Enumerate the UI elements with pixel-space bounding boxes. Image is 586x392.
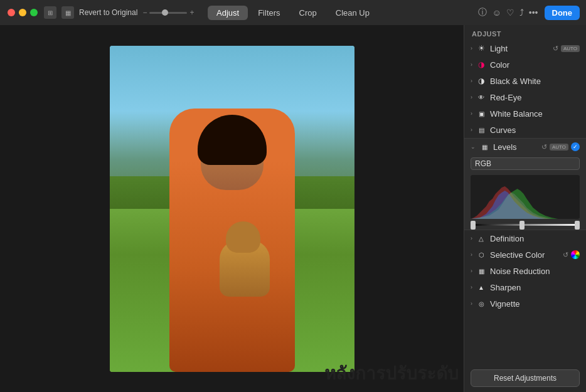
color-wheel-icon: [571, 250, 580, 259]
person-head: [201, 115, 264, 190]
view-toggle-icons: ⊞ ▦: [44, 6, 74, 19]
adjust-item-curves[interactable]: › ▤ Curves: [464, 122, 586, 138]
chevron-right-icon: ›: [471, 94, 472, 100]
zoom-plus-icon: +: [189, 8, 194, 17]
definition-label: Definition: [490, 234, 580, 243]
adjust-item-noise-reduction[interactable]: › ▦ Noise Reduction: [464, 263, 586, 279]
photo-frame: [110, 46, 354, 372]
tab-crop[interactable]: Crop: [290, 6, 326, 20]
chevron-right-icon: ›: [471, 235, 472, 241]
chevron-right-icon: ›: [471, 268, 472, 274]
levels-handle-left[interactable]: [471, 221, 476, 230]
auto-badge: AUTO: [561, 45, 580, 52]
levels-label: Levels: [493, 142, 541, 152]
chevron-right-icon: ›: [471, 61, 472, 68]
adjust-item-color[interactable]: › ◑ Color: [464, 56, 586, 73]
dog-head: [226, 221, 260, 253]
reset-levels-icon[interactable]: ↺: [541, 143, 547, 151]
info-icon[interactable]: ⓘ: [478, 7, 487, 18]
chevron-right-icon: ›: [471, 127, 472, 133]
adjust-item-white-balance[interactable]: › ▣ White Balance: [464, 105, 586, 122]
adjust-item-sharpen[interactable]: › ▲ Sharpen: [464, 279, 586, 295]
adjust-item-definition[interactable]: › △ Definition: [464, 230, 586, 246]
rgb-select[interactable]: RGB: [471, 157, 580, 170]
heart-icon[interactable]: ♡: [506, 8, 514, 18]
minimize-button[interactable]: [19, 9, 26, 16]
wb-icon: ▣: [476, 109, 486, 119]
levels-section: ⌄ ▦ Levels ↺ AUTO ✓ RGB: [464, 138, 586, 230]
more-icon[interactable]: •••: [529, 8, 538, 18]
photo-area: หลังการปรับระดับ: [0, 25, 464, 392]
light-icon: ☀: [476, 43, 486, 53]
reset-icon[interactable]: ↺: [553, 45, 558, 53]
chevron-right-icon: ›: [471, 300, 472, 307]
adjust-panel: ADJUST › ☀ Light ↺ AUTO › ◑ Color › ◑ Bl…: [464, 25, 586, 392]
titlebar-right: ⓘ ☺ ♡ ⤴ ••• Done: [478, 6, 580, 20]
reset-sc-icon[interactable]: ↺: [563, 251, 568, 259]
adjust-item-vignette[interactable]: › ◎ Vignette: [464, 295, 586, 312]
chevron-right-icon: ›: [471, 252, 472, 258]
adjust-item-black-white[interactable]: › ◑ Black & White: [464, 73, 586, 89]
reset-adjustments-button[interactable]: Reset Adjustments: [471, 369, 580, 387]
tab-cleanup[interactable]: Clean Up: [327, 6, 378, 20]
vignette-label: Vignette: [490, 299, 580, 309]
split-view-icon[interactable]: ▦: [61, 6, 74, 19]
curves-label: Curves: [490, 125, 580, 135]
redeye-label: Red-Eye: [490, 93, 580, 102]
noise-reduction-label: Noise Reduction: [490, 267, 580, 276]
auto-badge: AUTO: [550, 144, 568, 151]
definition-icon: △: [476, 233, 486, 243]
chevron-down-icon: ⌄: [471, 144, 476, 150]
sharpen-label: Sharpen: [490, 283, 580, 292]
chevron-right-icon: ›: [471, 284, 472, 290]
bw-icon: ◑: [476, 76, 486, 86]
grid-view-icon[interactable]: ⊞: [44, 6, 56, 19]
redeye-icon: 👁: [476, 92, 486, 102]
chevron-right-icon: ›: [471, 110, 472, 117]
tab-adjust[interactable]: Adjust: [208, 6, 248, 20]
vignette-icon: ◎: [476, 299, 486, 309]
share-icon[interactable]: ⤴: [519, 8, 524, 18]
chevron-right-icon: ›: [471, 78, 472, 84]
curves-icon: ▤: [476, 125, 486, 135]
noise-icon: ▦: [476, 266, 486, 276]
main-area: หลังการปรับระดับ ADJUST › ☀ Light ↺ AUTO…: [0, 25, 586, 392]
panel-title: ADJUST: [464, 25, 586, 40]
levels-icon: ▦: [479, 142, 489, 152]
nav-tabs: Adjust Filters Crop Clean Up: [208, 6, 378, 20]
color-icon: ◑: [476, 60, 486, 70]
color-label: Color: [490, 60, 580, 70]
person-body: [169, 109, 295, 372]
dog-body: [220, 240, 270, 297]
adjust-item-selective-color[interactable]: › ⬡ Selective Color ↺: [464, 246, 586, 263]
fullscreen-button[interactable]: [30, 9, 38, 16]
tab-filters[interactable]: Filters: [249, 6, 289, 20]
emoji-icon[interactable]: ☺: [492, 8, 501, 18]
traffic-lights: [8, 9, 38, 16]
adjust-item-light[interactable]: › ☀ Light ↺ AUTO: [464, 40, 586, 56]
levels-handle-mid[interactable]: [519, 221, 525, 230]
done-button[interactable]: Done: [545, 6, 580, 20]
light-label: Light: [490, 44, 553, 53]
selective-color-icon: ⬡: [476, 250, 486, 260]
levels-check-icon: ✓: [571, 142, 580, 151]
levels-slider-row[interactable]: [464, 224, 586, 230]
revert-button[interactable]: Revert to Original: [79, 8, 137, 17]
chevron-right-icon: ›: [471, 45, 472, 51]
bw-label: Black & White: [490, 77, 580, 86]
adjust-item-levels[interactable]: ⌄ ▦ Levels ↺ AUTO ✓: [464, 139, 586, 155]
selective-color-label: Selective Color: [490, 250, 563, 260]
close-button[interactable]: [8, 9, 15, 16]
zoom-minus-icon: −: [142, 8, 147, 17]
histogram: [471, 175, 580, 219]
titlebar: ⊞ ▦ Revert to Original − + Adjust Filter…: [0, 0, 586, 25]
person-hair: [198, 115, 267, 165]
zoom-slider[interactable]: − +: [142, 8, 194, 17]
wb-label: White Balance: [490, 109, 580, 119]
levels-slider[interactable]: [471, 224, 580, 226]
adjust-item-red-eye[interactable]: › 👁 Red-Eye: [464, 89, 586, 105]
levels-handle-right[interactable]: [575, 221, 580, 230]
sharpen-icon: ▲: [476, 282, 486, 292]
